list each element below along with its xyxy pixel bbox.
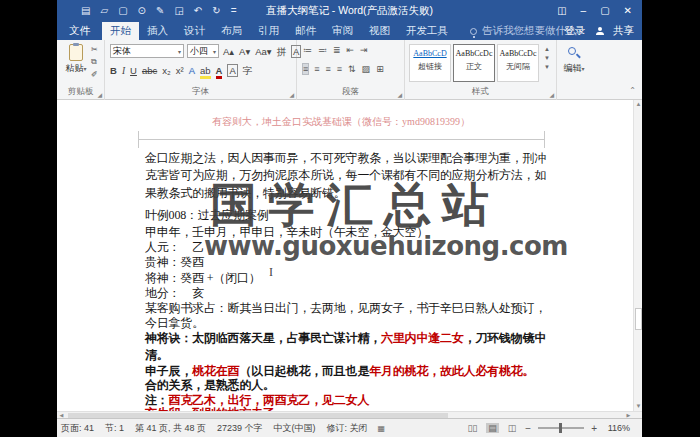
document-text-line[interactable]: 清。 [145,348,633,362]
section-indicator[interactable]: 节: 1 [105,422,124,435]
clipboard-dialog-launcher[interactable]: ◢ [97,91,102,98]
font-size-combobox[interactable]: 小四▾ [187,44,219,58]
vertical-scroll-thumb[interactable] [635,308,642,330]
track-changes[interactable]: 修订: 关闭 [327,422,368,435]
change-case-button[interactable]: Aa▾ [255,46,271,57]
align-right-icon[interactable]: ≡ [326,64,331,74]
align-center-icon[interactable]: ≡ [314,64,319,74]
tab-8[interactable]: 视图 [361,22,398,40]
shrink-font-button[interactable]: A▾ [239,46,250,57]
increase-indent-icon[interactable]: ⇥ [360,45,368,55]
document-text-line[interactable]: 神将诀：太阴临西落天星，占事民亡谋计精，六里内中逢二女，刀环钱物镜中 [145,331,633,345]
style-card-no-spacing[interactable]: AaBbCcDc 无间隔 [497,44,539,82]
font-name-combobox[interactable]: 宋体▾ [110,44,184,58]
underline-button[interactable]: U [130,65,137,76]
tab-3[interactable]: 设计 [176,22,213,40]
horizontal-scrollbar[interactable]: ◀ ▶ [57,411,642,418]
tab-4[interactable]: 布局 [213,22,250,40]
tab-6[interactable]: 邮件 [287,22,324,40]
qat-more-icon[interactable]: = [231,6,237,16]
style-card-hyperlink[interactable]: AaBbCcD 超链接 [409,44,451,82]
language-indicator[interactable]: 中文(中国) [274,422,316,435]
new-document-icon[interactable]: ▢ [118,6,127,16]
draw-icon[interactable]: ✎ [156,6,164,16]
multilevel-list-icon[interactable]: ≣ [333,45,341,55]
undo-icon[interactable]: ↶ [194,6,202,16]
borders-icon[interactable]: ⊞ [376,64,384,74]
document-text-line[interactable]: 注：酉克乙木，出行，两酉克乙，见二女人 [145,393,633,407]
character-shading-button[interactable]: A [227,64,237,77]
ribbon-display-options-icon[interactable]: ◫ [557,6,566,16]
close-icon[interactable]: ✕ [624,6,632,16]
minimize-icon[interactable]: – [581,6,587,16]
save-icon[interactable]: ▤ [81,6,90,16]
open-icon[interactable]: ▱ [100,6,108,16]
zoom-in-icon[interactable]: + [591,423,597,434]
page-indicator[interactable]: 页面: 41 [61,422,94,435]
input-mode-icon[interactable]: ▦ [378,424,386,433]
print-preview-icon[interactable]: ◲ [174,6,183,16]
style-gallery-more-icon[interactable]: ▼ [544,64,550,70]
tab-5[interactable]: 引用 [250,22,287,40]
tab-9[interactable]: 开发工具 [398,22,456,40]
text-effects-button[interactable]: A [189,65,195,76]
touch-mode-icon[interactable]: ⊙ [138,6,146,16]
bullets-icon[interactable]: ≔ [303,45,312,55]
word-count[interactable]: 27239 个字 [217,422,263,435]
line-spacing-icon[interactable]: ⇅ [348,64,356,74]
justify-icon[interactable]: ≡ [337,64,342,74]
tab-7[interactable]: 审阅 [324,22,361,40]
document-text-line[interactable]: 某客购书求占：断其当日出门，去两地，见两女子，书于辛巳日熟人处预订， [145,301,633,315]
web-layout-icon[interactable]: ◫ [506,423,519,433]
zoom-slider-thumb[interactable] [559,423,562,433]
document-area[interactable]: 有容则大，坤土金口实战基础课（微信号：ymd90819399） 金口应期之法，因… [57,100,633,411]
enclose-characters-button[interactable]: 字 [243,65,253,78]
style-gallery-down-icon[interactable]: ▼ [544,55,550,61]
sign-in-button[interactable]: 登录 [564,24,585,38]
zoom-percentage[interactable]: 116% [604,423,630,433]
styles-dialog-launcher[interactable]: ◢ [549,91,554,98]
scroll-down-icon[interactable]: ▼ [634,402,642,411]
document-text-line[interactable]: 合的关系，是熟悉的人。 [145,378,633,392]
document-text-line[interactable]: 金口应期之法，因人因事而异，不可死守教条，当以课理配合事理为重，刑冲 [145,151,633,165]
zoom-out-icon[interactable]: − [525,423,531,434]
tab-1[interactable]: 开始 [102,22,139,40]
print-layout-icon[interactable]: ▤ [486,423,499,433]
font-dialog-launcher[interactable]: ◢ [289,91,294,98]
font-color-button[interactable]: A [216,65,223,79]
share-button[interactable]: 共享 [613,24,634,38]
collapse-ribbon-icon[interactable]: ⌃ [629,86,636,95]
redo-icon[interactable]: ↻ [212,6,220,16]
paragraph-dialog-launcher[interactable]: ◢ [397,91,402,98]
tab-2[interactable]: 插入 [139,22,176,40]
zoom-slider[interactable] [538,427,584,429]
paste-button[interactable]: 粘贴▾ [63,44,89,75]
subscript-button[interactable]: x₂ [162,65,170,76]
tab-file[interactable]: 文件 [57,22,102,40]
maximize-icon[interactable]: ▢ [600,6,609,16]
scroll-up-icon[interactable]: ▲ [634,100,642,109]
superscript-button[interactable]: x² [176,65,184,76]
document-text-line[interactable]: 申子辰，桃花在酉（以日起桃花，而且也是年月的桃花，故此人必有桃花。 [145,364,633,378]
highlight-color-button[interactable]: ab [200,65,211,79]
copy-icon[interactable]: ⧉ [91,57,98,67]
format-painter-icon[interactable]: ✐ [91,70,98,79]
document-text-line[interactable]: 今日拿货。 [145,316,633,330]
style-gallery-up-icon[interactable]: ▲ [544,46,550,52]
document-text-line[interactable]: 地分： 亥 [145,286,633,300]
numbering-icon[interactable]: ≕ [318,45,327,55]
cut-icon[interactable]: ✂ [91,45,98,54]
italic-button[interactable]: I [122,66,125,76]
grow-font-button[interactable]: A▴ [223,46,234,57]
editing-group[interactable]: 编辑▾ [557,40,591,100]
document-text-line[interactable]: 将神：癸酉 +（闭口） [145,271,633,285]
strikethrough-button[interactable]: abc [142,65,157,76]
shading-icon[interactable]: ▨ [362,64,371,74]
align-left-icon[interactable]: ≡ [303,64,308,74]
read-mode-icon[interactable]: ▯▯ [465,423,479,433]
phonetic-guide-button[interactable]: 拼 [277,46,287,59]
vertical-scrollbar[interactable]: ▲ ▼ [633,100,642,411]
bold-button[interactable]: B [110,65,117,76]
page-of-total[interactable]: 第 41 页, 共 48 页 [135,422,206,435]
style-card-normal[interactable]: AaBbCcDc 正文 [453,44,495,82]
